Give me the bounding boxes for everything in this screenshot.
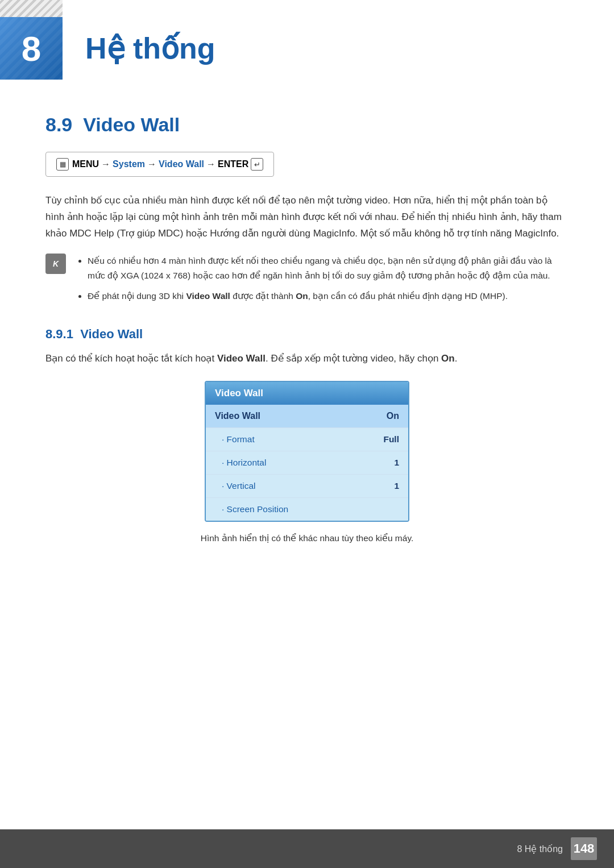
footer-page-number: 148 (571, 837, 597, 860)
main-content: 8.9 Video Wall ▦ MENU → System → Video W… (0, 108, 614, 606)
page-footer: 8 Hệ thống 148 (0, 829, 614, 868)
arrow3: → (206, 159, 215, 169)
vw-header: Video Wall (206, 382, 408, 405)
menu-nav-line: ▦ MENU → System → Video Wall → ENTER ↵ (45, 152, 274, 177)
section-heading: 8.9 Video Wall (45, 108, 569, 136)
subsection-heading: 8.9.1 Video Wall (45, 327, 569, 342)
vw-row-videowall-value: On (387, 411, 399, 421)
system-label: System (113, 159, 145, 169)
chapter-number-box: 8 (0, 17, 63, 80)
vw-subrow-format-value: Full (383, 434, 399, 445)
vw-subrow-format-label: · Format (222, 434, 255, 445)
vw-subrow-horizontal-value: 1 (394, 458, 399, 468)
note-item-1: Nếu có nhiều hơn 4 màn hình được kết nối… (88, 254, 569, 284)
vw-subrow-horizontal: · Horizontal 1 (206, 451, 408, 475)
vw-row-videowall: Video Wall On (206, 405, 408, 428)
page-header: 8 Hệ thống (0, 0, 614, 91)
image-caption: Hình ảnh hiển thị có thể khác nhau tùy t… (45, 533, 569, 543)
arrow2: → (147, 159, 156, 169)
enter-label: ENTER (218, 159, 248, 169)
enter-icon: ↵ (251, 158, 263, 171)
chapter-number: 8 (22, 28, 41, 69)
note-item-2: Để phát nội dung 3D khi Video Wall được … (88, 289, 569, 304)
vw-subrow-horizontal-label: · Horizontal (222, 458, 266, 468)
intro-text: Tùy chỉnh bố cục của nhiều màn hình được… (45, 193, 569, 242)
note-bullets: Nếu có nhiều hơn 4 màn hình được kết nối… (76, 254, 569, 310)
arrow1: → (101, 159, 110, 169)
footer-text: 8 Hệ thống (517, 844, 563, 854)
note-box: K Nếu có nhiều hơn 4 màn hình được kết n… (45, 254, 569, 310)
vw-subrow-screenpos: · Screen Position (206, 498, 408, 521)
subsection-body: Bạn có thể kích hoạt hoặc tắt kích hoạt … (45, 351, 569, 367)
videowall-label: Video Wall (159, 159, 204, 169)
menu-label: MENU (72, 159, 99, 169)
vw-row-videowall-label: Video Wall (215, 411, 260, 421)
vw-subrow-vertical: · Vertical 1 (206, 475, 408, 498)
vw-subrow-screenpos-label: · Screen Position (222, 504, 288, 514)
vw-subrow-format: · Format Full (206, 428, 408, 451)
vw-subrow-vertical-label: · Vertical (222, 481, 255, 491)
video-wall-mockup: Video Wall Video Wall On · Format Full ·… (205, 381, 409, 522)
note-icon: K (45, 254, 66, 274)
menu-icon: ▦ (56, 158, 69, 171)
chapter-title: Hệ thống (85, 31, 215, 65)
vw-subrow-vertical-value: 1 (394, 481, 399, 491)
